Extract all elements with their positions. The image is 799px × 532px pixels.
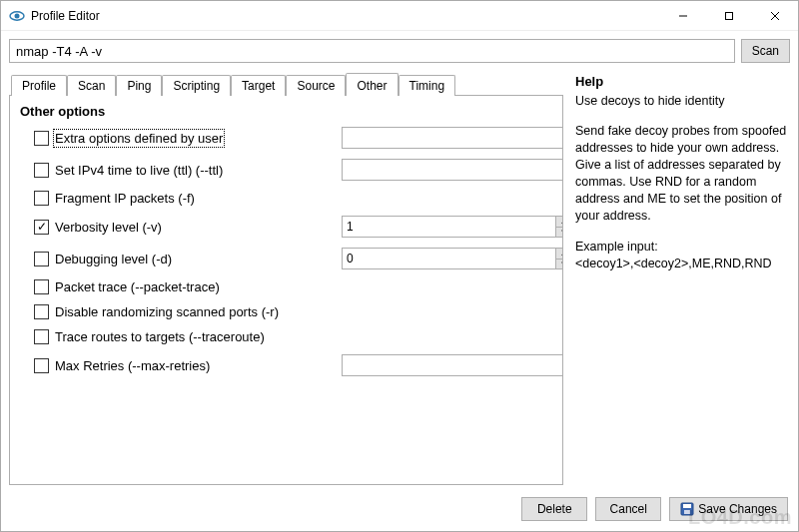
tab-other[interactable]: Other <box>346 73 398 96</box>
save-changes-label: Save Changes <box>698 502 777 516</box>
label-fragment: Fragment IP packets (-f) <box>55 191 195 206</box>
chk-ipv4-ttl[interactable] <box>34 163 49 178</box>
label-packet-trace: Packet trace (--packet-trace) <box>55 279 220 294</box>
save-changes-button[interactable]: Save Changes <box>669 497 788 521</box>
input-ipv4-ttl[interactable] <box>342 159 563 181</box>
tab-scan[interactable]: Scan <box>67 75 116 96</box>
help-panel: Help Use decoys to hide identity Send fa… <box>575 69 790 493</box>
opt-ipv4-ttl: Set IPv4 time to live (ttl) (--ttl) <box>34 163 334 178</box>
label-extra-options: Extra options defined by user <box>55 131 223 146</box>
svg-point-1 <box>15 13 20 18</box>
label-verbosity: Verbosity level (-v) <box>55 220 162 235</box>
tab-ping[interactable]: Ping <box>116 75 162 96</box>
cancel-button[interactable]: Cancel <box>595 497 661 521</box>
chk-extra-options[interactable] <box>34 131 49 146</box>
tabstrip: Profile Scan Ping Scripting Target Sourc… <box>9 69 563 95</box>
input-debugging[interactable] <box>342 248 555 269</box>
delete-button[interactable]: Delete <box>521 497 587 521</box>
svg-rect-7 <box>683 504 691 508</box>
help-body: Send fake decoy probes from spoofed addr… <box>575 123 790 224</box>
save-disk-icon <box>680 502 694 516</box>
svg-rect-8 <box>684 510 690 514</box>
opt-traceroute: Trace routes to targets (--traceroute) <box>34 329 334 344</box>
chk-packet-trace[interactable] <box>34 279 49 294</box>
opt-packet-trace: Packet trace (--packet-trace) <box>34 279 334 294</box>
spin-down-debugging[interactable]: ▼ <box>556 260 563 269</box>
tab-panel-other: Other options Extra options defined by u… <box>9 95 563 485</box>
spin-down-verbosity[interactable]: ▼ <box>556 228 563 238</box>
tab-timing[interactable]: Timing <box>399 75 456 96</box>
left-column: Profile Scan Ping Scripting Target Sourc… <box>9 69 563 493</box>
profile-editor-window: Profile Editor Scan Profile Scan Ping Sc… <box>0 0 799 532</box>
help-example: Example input: <decoy1>,<decoy2>,ME,RND,… <box>575 239 790 272</box>
body: Profile Scan Ping Scripting Target Sourc… <box>1 69 798 493</box>
spin-up-debugging[interactable]: ▲ <box>556 249 563 260</box>
window-title: Profile Editor <box>31 9 100 23</box>
help-title: Help <box>575 73 790 91</box>
tab-source[interactable]: Source <box>286 75 346 96</box>
close-button[interactable] <box>752 1 798 31</box>
chk-disable-random[interactable] <box>34 304 49 319</box>
help-example-text: <decoy1>,<decoy2>,ME,RND,RND <box>575 257 772 270</box>
chk-max-retries[interactable] <box>34 358 49 373</box>
tab-scripting[interactable]: Scripting <box>162 75 231 96</box>
input-extra-options[interactable] <box>342 127 563 149</box>
label-traceroute: Trace routes to targets (--traceroute) <box>55 329 265 344</box>
options-grid: Extra options defined by user Set IPv4 t… <box>20 127 552 376</box>
input-max-retries[interactable] <box>342 354 563 376</box>
minimize-button[interactable] <box>660 1 706 31</box>
chk-fragment[interactable] <box>34 191 49 206</box>
tab-profile[interactable]: Profile <box>11 75 67 96</box>
opt-max-retries: Max Retries (--max-retries) <box>34 358 334 373</box>
chk-debugging[interactable] <box>34 252 49 266</box>
opt-disable-random: Disable randomizing scanned ports (-r) <box>34 304 334 319</box>
spinner-verbosity: ▲ ▼ <box>342 216 563 238</box>
input-verbosity[interactable] <box>342 216 555 238</box>
label-ipv4-ttl: Set IPv4 time to live (ttl) (--ttl) <box>55 163 223 178</box>
spinner-debugging: ▲ ▼ <box>342 248 563 269</box>
chk-traceroute[interactable] <box>34 329 49 344</box>
help-example-label: Example input: <box>575 240 658 254</box>
opt-verbosity: Verbosity level (-v) <box>34 220 334 235</box>
help-subtitle: Use decoys to hide identity <box>575 93 790 110</box>
command-input[interactable] <box>9 39 735 63</box>
svg-rect-3 <box>726 12 733 19</box>
tab-target[interactable]: Target <box>231 75 286 96</box>
label-debugging: Debugging level (-d) <box>55 252 172 266</box>
opt-extra-options: Extra options defined by user <box>34 131 334 146</box>
footer: Delete Cancel Save Changes <box>1 493 798 531</box>
command-row: Scan <box>1 31 798 69</box>
section-title: Other options <box>20 104 552 119</box>
label-max-retries: Max Retries (--max-retries) <box>55 358 210 373</box>
spin-up-verbosity[interactable]: ▲ <box>556 217 563 228</box>
titlebar: Profile Editor <box>1 1 798 31</box>
scan-button[interactable]: Scan <box>741 39 790 63</box>
chk-verbosity[interactable] <box>34 220 49 235</box>
opt-debugging: Debugging level (-d) <box>34 252 334 266</box>
opt-fragment: Fragment IP packets (-f) <box>34 191 334 206</box>
app-eye-icon <box>9 8 25 24</box>
label-disable-random: Disable randomizing scanned ports (-r) <box>55 304 279 319</box>
maximize-button[interactable] <box>706 1 752 31</box>
